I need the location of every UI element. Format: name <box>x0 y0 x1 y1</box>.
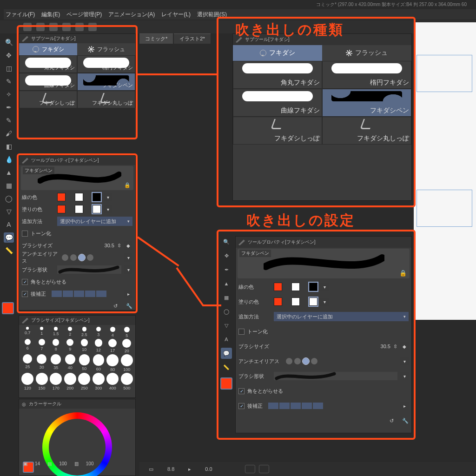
hue-ring[interactable] <box>42 412 112 476</box>
brushsize-label: 2 <box>69 332 71 337</box>
eraser-icon[interactable]: ◧ <box>4 141 14 152</box>
foreground-color-swatch[interactable] <box>2 302 14 314</box>
brushsize-cell[interactable]: 8 <box>49 339 63 353</box>
rotation-value: 0.0 <box>205 466 212 472</box>
brushsize-cell[interactable]: 120 <box>21 373 34 390</box>
callout-box-settings-large <box>217 230 416 440</box>
brushsize-label: 35 <box>53 365 58 370</box>
lasso-icon[interactable]: ✎ <box>4 76 14 86</box>
brushsize-cell[interactable]: 2 <box>64 327 77 338</box>
titlebar-info: コミック* (297.00 x 420.00mm 製本サイズ:B4 判 257.… <box>316 1 467 8</box>
brushsize-cell[interactable]: 400 <box>106 373 119 390</box>
ruler-icon[interactable]: 📏 <box>4 245 14 256</box>
text-icon[interactable]: A <box>4 219 14 230</box>
brushsize-cell[interactable]: 200 <box>64 373 77 390</box>
brushsize-label: 1 <box>40 331 43 336</box>
panel-frame <box>416 190 472 227</box>
brushsize-label: 9 <box>69 347 71 351</box>
brushsize-cell[interactable]: 1.5 <box>49 327 63 338</box>
brushsize-label: 10 <box>82 347 86 352</box>
brushsize-label: 12 <box>96 348 101 352</box>
pen-icon[interactable]: ✒ <box>4 102 14 112</box>
brushsize-cell[interactable]: 250 <box>78 373 91 390</box>
brushsize-cell[interactable]: 5 <box>120 327 134 338</box>
brushsize-cell[interactable]: 4 <box>106 327 119 338</box>
move-icon[interactable]: ✥ <box>4 50 14 60</box>
brushsize-label: 30 <box>40 365 44 370</box>
menu-page[interactable]: ページ管理(P) <box>66 11 102 19</box>
brushsize-label: 6 <box>26 346 29 350</box>
brushsize-cell[interactable]: 35 <box>49 354 63 372</box>
brushsize-cell[interactable]: 1 <box>35 327 49 338</box>
callout-label-settings: 吹き出しの設定 <box>246 211 355 230</box>
canvas-area[interactable] <box>414 22 476 320</box>
brushsize-cell[interactable]: 6 <box>21 339 34 353</box>
brushsize-label: 0.7 <box>25 331 31 335</box>
brushsize-cell[interactable]: 30 <box>35 354 49 372</box>
brushsize-cell[interactable]: 2.5 <box>78 327 91 338</box>
tool-strip: 🔍✥◫✎✧✒✎🖌◧💧▲▦◯▽A💬📏 <box>2 37 16 256</box>
brushsize-cell[interactable]: 7 <box>35 339 49 353</box>
menu-file[interactable]: ファイル(F) <box>6 11 35 19</box>
connector-line <box>137 236 179 266</box>
panel-frame <box>416 55 472 92</box>
target-icon: ◎ <box>22 402 26 407</box>
brushsize-label: 80 <box>110 367 115 372</box>
menu-edit[interactable]: 編集(E) <box>41 11 60 19</box>
brushsize-label: 200 <box>66 386 73 390</box>
menu-layer[interactable]: レイヤー(L) <box>161 11 191 19</box>
brushsize-cell[interactable]: 40 <box>64 354 77 372</box>
brushsize-cell[interactable]: 25 <box>21 354 34 372</box>
brushsize-cell[interactable]: 50 <box>78 354 91 372</box>
statusbar-button[interactable] <box>259 465 269 473</box>
brushsize-cell[interactable]: 0.7 <box>21 327 34 338</box>
brushsize-label: 2.5 <box>81 332 87 337</box>
doc-tab-1[interactable]: コミック* <box>139 33 173 44</box>
magnifier-icon[interactable]: 🔍 <box>4 37 14 47</box>
wand-icon[interactable]: ✧ <box>4 89 14 99</box>
brushsize-label: 100 <box>123 367 130 372</box>
fill-icon[interactable]: ▲ <box>4 167 14 178</box>
statusbar-button[interactable] <box>245 465 255 473</box>
brushsize-label: 400 <box>109 386 116 390</box>
menu-anim[interactable]: アニメーション(A) <box>108 11 155 19</box>
brushsize-label: 150 <box>38 386 45 390</box>
callout-label-types: 吹き出しの種類 <box>235 20 344 40</box>
shape-icon[interactable]: ▽ <box>4 206 14 217</box>
brushsize-cell[interactable]: 100 <box>120 354 134 372</box>
brushsize-cell[interactable]: 9 <box>64 339 77 353</box>
brushsize-cell[interactable]: 80 <box>106 354 119 372</box>
sv-box[interactable] <box>58 428 96 466</box>
brushsize-label: 25 <box>25 364 30 369</box>
zoom-value: 8.8 <box>167 466 174 472</box>
brushsize-cell[interactable]: 12 <box>92 339 106 353</box>
brushsize-cell[interactable]: 500 <box>120 373 134 390</box>
mini-val: 100 <box>59 461 67 466</box>
pencil-icon[interactable]: ✎ <box>4 115 14 126</box>
brushsize-cell[interactable]: 150 <box>35 373 49 390</box>
brushsize-label: 8 <box>55 347 57 351</box>
doc-tab-2[interactable]: イラスト2* <box>174 33 210 44</box>
brushsize-panel: ブラシサイズ[フキダシペン] 0.711.522.534567891012172… <box>19 315 136 398</box>
mini-val: 100 <box>86 461 94 466</box>
transform-icon[interactable]: ◫ <box>4 63 14 73</box>
brush-icon[interactable]: 🖌 <box>4 128 14 139</box>
figure-icon[interactable]: ◯ <box>4 193 14 204</box>
brushsize-label: 170 <box>53 386 60 390</box>
balloon-icon[interactable]: 💬 <box>4 232 14 243</box>
brushsize-cell[interactable]: 60 <box>92 354 106 372</box>
brushsize-label: 60 <box>96 367 101 371</box>
brushsize-label: 7 <box>40 346 43 351</box>
brushsize-cell[interactable]: 17 <box>106 339 119 353</box>
brushsize-cell[interactable]: 170 <box>49 373 63 390</box>
brushsize-cell[interactable]: 10 <box>78 339 91 353</box>
brushsize-cell[interactable]: 300 <box>92 373 106 390</box>
brushsize-cell[interactable]: 20 <box>120 339 134 353</box>
brushsize-cell[interactable]: 3 <box>92 327 106 338</box>
callout-box-types-large <box>217 17 416 207</box>
gradient-icon[interactable]: ▦ <box>4 180 14 191</box>
document-tabs: コミック* イラスト2* <box>139 33 211 44</box>
blend-icon[interactable]: 💧 <box>4 154 14 165</box>
callout-box-settings-small <box>17 153 138 313</box>
connector-line <box>176 267 204 306</box>
